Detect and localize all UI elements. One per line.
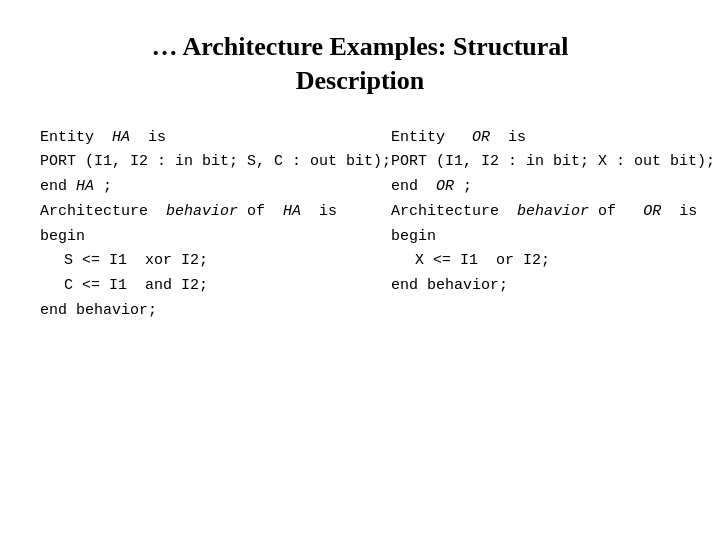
content-area: Entity HA isPORT (I1, I2 : in bit; S, C … bbox=[40, 126, 680, 324]
list-item: C <= I1 and I2; bbox=[40, 274, 391, 299]
list-item: Architecture behavior of HA is bbox=[40, 200, 391, 225]
list-item: begin bbox=[391, 225, 715, 250]
list-item: Entity HA is bbox=[40, 126, 391, 151]
list-item: Entity OR is bbox=[391, 126, 715, 151]
page-title: … Architecture Examples: Structural Desc… bbox=[151, 30, 568, 98]
title-line1: … Architecture Examples: Structural bbox=[151, 32, 568, 61]
list-item: end OR ; bbox=[391, 175, 715, 200]
list-item: begin bbox=[40, 225, 391, 250]
list-item: end behavior; bbox=[391, 274, 715, 299]
list-item: PORT (I1, I2 : in bit; S, C : out bit); bbox=[40, 150, 391, 175]
list-item: end behavior; bbox=[40, 299, 391, 324]
right-column: Entity OR isPORT (I1, I2 : in bit; X : o… bbox=[391, 126, 715, 324]
list-item: S <= I1 xor I2; bbox=[40, 249, 391, 274]
list-item: end HA ; bbox=[40, 175, 391, 200]
page: … Architecture Examples: Structural Desc… bbox=[0, 0, 720, 540]
left-column: Entity HA isPORT (I1, I2 : in bit; S, C … bbox=[40, 126, 391, 324]
list-item: Architecture behavior of OR is bbox=[391, 200, 715, 225]
list-item: PORT (I1, I2 : in bit; X : out bit); bbox=[391, 150, 715, 175]
list-item: X <= I1 or I2; bbox=[391, 249, 715, 274]
title-line2: Description bbox=[296, 66, 425, 95]
